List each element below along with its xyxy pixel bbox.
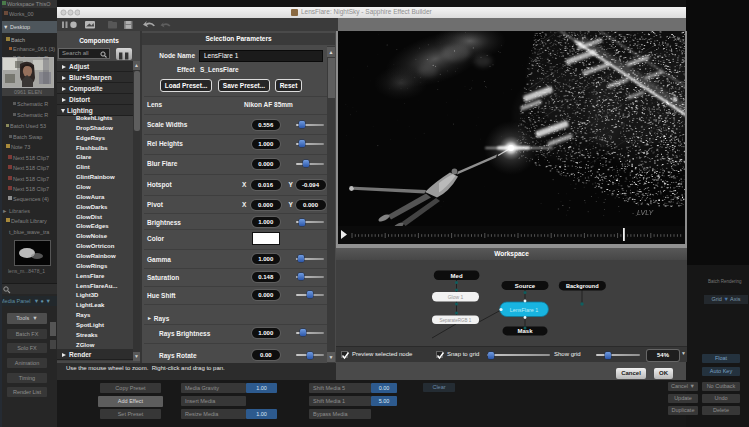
svg-text:Med: Med <box>451 273 463 279</box>
svg-text:Source: Source <box>515 283 536 289</box>
svg-text:LensFlare 1: LensFlare 1 <box>510 307 538 313</box>
svg-text:LVLY: LVLY <box>637 209 654 216</box>
svg-text:SeparateRGB 1: SeparateRGB 1 <box>440 318 472 323</box>
svg-text:Glow 1: Glow 1 <box>448 294 464 300</box>
svg-text:Background: Background <box>566 283 599 289</box>
